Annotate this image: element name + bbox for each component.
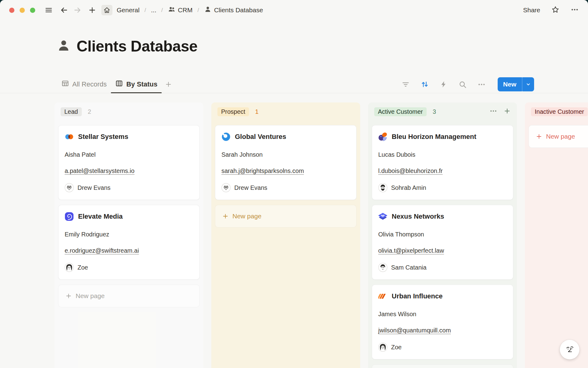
breadcrumb-item-clients-database[interactable]: Clients Database xyxy=(202,5,265,15)
card-elevate-media[interactable]: Elevate Media Emily Rodriguez e.rodrigue… xyxy=(58,205,200,280)
sort-icon[interactable] xyxy=(420,79,430,89)
view-tabs: All Records By Status xyxy=(57,75,175,93)
column-count: 1 xyxy=(255,108,258,115)
status-chip-inactive-customer[interactable]: Inactive Customer xyxy=(531,107,588,116)
filter-icon[interactable] xyxy=(401,79,411,89)
breadcrumb-label: CRM xyxy=(178,6,193,14)
column-header: Active Customer 3 xyxy=(374,105,513,118)
email-link[interactable]: sarah.j@brightsparksolns.com xyxy=(221,167,304,174)
email-link[interactable]: jwilson@quantumquill.com xyxy=(378,327,451,334)
owner-name: Sohrab Amin xyxy=(391,184,426,192)
column-count: 2 xyxy=(88,108,91,115)
contact-email: l.dubois@bleuhorizon.fr xyxy=(378,167,507,175)
new-page-button-inactive[interactable]: New page xyxy=(529,125,588,148)
blue-shutter-logo-icon xyxy=(221,132,231,141)
breadcrumb-label: General xyxy=(117,6,140,14)
more-options-icon[interactable] xyxy=(571,6,579,15)
orange-stripes-logo-icon xyxy=(378,292,387,301)
automation-bolt-icon[interactable] xyxy=(439,79,449,89)
avatar-zoe xyxy=(65,263,74,272)
breadcrumb-label: ... xyxy=(151,6,156,14)
page-person-icon xyxy=(56,38,71,54)
new-page-label: New page xyxy=(232,213,262,220)
new-record-button[interactable]: New xyxy=(498,77,534,91)
owner-row: Drew Evans xyxy=(65,183,193,192)
share-button[interactable]: Share xyxy=(523,6,540,14)
avatar-sohrab xyxy=(378,183,387,192)
add-view-icon[interactable] xyxy=(162,75,175,93)
owner-row: Sohrab Amin xyxy=(378,183,507,192)
card-nexus-networks[interactable]: Nexus Networks Olivia Thompson olivia.t@… xyxy=(372,205,513,280)
status-chip-active-customer[interactable]: Active Customer xyxy=(374,107,427,116)
avatar-drew xyxy=(65,183,74,192)
card-bleu-horizon-management[interactable]: Bleu Horizon Management Lucas Dubois l.d… xyxy=(372,125,513,200)
breadcrumb-item-ellipsis[interactable]: ... xyxy=(149,6,158,14)
new-page-button-lead[interactable]: New page xyxy=(58,285,200,307)
new-page-label: New page xyxy=(546,133,575,140)
app-window: General / ... / CRM / Clients Database S… xyxy=(0,0,588,368)
email-link[interactable]: l.dubois@bleuhorizon.fr xyxy=(378,167,443,174)
owner-name: Drew Evans xyxy=(77,184,111,192)
new-button-label: New xyxy=(498,81,522,88)
status-chip-lead[interactable]: Lead xyxy=(61,107,82,116)
card-title: Elevate Media xyxy=(78,213,123,220)
breadcrumb-separator: / xyxy=(198,7,199,13)
breadcrumb-item-crm[interactable]: CRM xyxy=(166,5,194,15)
column-lead: Lead 2 Stellar Systems Aisha Patel a.pat… xyxy=(55,102,203,368)
avatar-drew xyxy=(221,183,231,192)
search-icon[interactable] xyxy=(458,79,468,89)
column-header: Prospect 1 xyxy=(217,105,356,118)
minimize-window-button[interactable] xyxy=(20,8,25,13)
new-tab-icon[interactable] xyxy=(87,5,98,15)
back-icon[interactable] xyxy=(58,5,70,15)
new-page-button-prospect[interactable]: New page xyxy=(215,205,356,228)
spiral-square-logo-icon xyxy=(65,212,74,221)
owner-row: Zoe xyxy=(65,263,193,272)
card-urban-influence[interactable]: Urban Influence James Wilson jwilson@qua… xyxy=(372,285,513,359)
sidebar-menu-icon[interactable] xyxy=(43,5,54,15)
contact-name: Lucas Dubois xyxy=(378,151,507,159)
favorite-star-icon[interactable] xyxy=(551,6,560,15)
tab-label: All Records xyxy=(72,80,107,88)
page-title: Clients Database xyxy=(77,37,198,55)
new-button-dropdown[interactable] xyxy=(522,77,534,91)
tab-all-records[interactable]: All Records xyxy=(57,75,111,93)
tab-by-status[interactable]: By Status xyxy=(111,75,161,93)
column-header: Inactive Customer xyxy=(531,105,588,118)
home-icon[interactable] xyxy=(101,5,112,15)
contact-name: Emily Rodriguez xyxy=(65,230,193,238)
card-stellar-systems[interactable]: Stellar Systems Aisha Patel a.patel@stel… xyxy=(58,125,200,200)
close-window-button[interactable] xyxy=(9,8,14,13)
contact-name: Olivia Thompson xyxy=(378,230,507,238)
breadcrumb-label: Clients Database xyxy=(214,6,263,14)
card-title: Global Ventures xyxy=(235,133,286,141)
contact-email: sarah.j@brightsparksolns.com xyxy=(221,167,350,175)
zoom-window-button[interactable] xyxy=(30,8,35,13)
column-more-icon[interactable] xyxy=(489,107,497,116)
owner-name: Zoe xyxy=(391,343,401,351)
assistant-face-button[interactable] xyxy=(560,340,579,359)
breadcrumb-item-general[interactable]: General xyxy=(115,6,141,14)
card-global-ventures[interactable]: Global Ventures Sarah Johnson sarah.j@br… xyxy=(215,125,356,200)
owner-name: Sam Catania xyxy=(391,263,427,271)
window-titlebar: General / ... / CRM / Clients Database S… xyxy=(0,0,588,20)
traffic-lights xyxy=(9,8,35,13)
owner-name: Zoe xyxy=(77,263,88,271)
kanban-board: Lead 2 Stellar Systems Aisha Patel a.pat… xyxy=(55,102,588,368)
email-link[interactable]: e.rodriguez@swiftstream.ai xyxy=(65,247,139,254)
forward-icon[interactable] xyxy=(72,5,83,15)
avatar-sam xyxy=(378,263,387,272)
contact-email: olivia.t@pixelperfect.law xyxy=(378,247,507,255)
status-chip-prospect[interactable]: Prospect xyxy=(217,107,249,116)
avatar-zoe xyxy=(378,343,387,352)
breadcrumb-separator: / xyxy=(161,7,163,13)
card-title: Nexus Networks xyxy=(392,213,444,220)
view-more-icon[interactable] xyxy=(477,79,487,89)
email-link[interactable]: a.patel@stellarsystems.io xyxy=(65,167,134,174)
column-count: 3 xyxy=(433,108,436,115)
view-toolbar: New xyxy=(401,75,534,93)
person-icon xyxy=(204,6,212,15)
email-link[interactable]: olivia.t@pixelperfect.law xyxy=(378,247,444,254)
new-page-button-active[interactable] xyxy=(372,364,513,368)
column-add-icon[interactable] xyxy=(503,107,511,116)
